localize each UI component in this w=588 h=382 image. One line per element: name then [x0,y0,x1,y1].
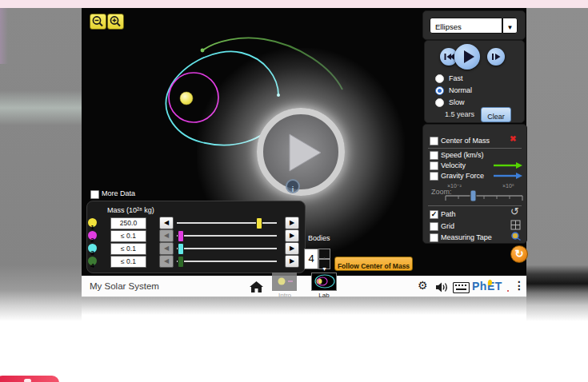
preferences-gear-icon[interactable]: ⚙ [418,279,428,292]
mass1-increment-button[interactable]: ▶ [285,217,299,229]
measuring-tape-icon [511,232,521,241]
play-icon [454,44,480,70]
check-icon: ✓ [431,210,438,218]
center-of-mass-label[interactable]: Center of Mass [441,137,490,145]
zoom-slider[interactable] [444,189,527,203]
preset-dropdown-value: Ellipses [430,22,462,31]
step-forward-icon [487,48,505,66]
sound-icon[interactable] [436,282,450,292]
zoom-slider-handle [470,190,476,201]
mass4-decrement-button[interactable]: ◀ [159,255,174,268]
path-checkbox[interactable]: ✓ [430,210,438,219]
grid-icon [510,220,521,230]
mass4-increment-button[interactable]: ▶ [285,255,299,268]
bodies-increment-button[interactable]: ▲ [318,249,330,259]
zoom-in-icon [108,14,123,29]
play-overlay-triangle[interactable] [282,126,330,179]
speed-label[interactable]: Speed (km/s) [441,151,484,159]
radio-fast-label[interactable]: Fast [449,74,463,82]
gravity-arrow-icon [494,173,522,179]
tab-intro-thumbnail [272,273,297,291]
radio-fast[interactable] [435,74,444,83]
more-data-checkbox[interactable] [90,190,99,199]
playback-panel: Fast Normal Slow 1.5 years Clear [424,40,525,123]
path-label[interactable]: Path [441,210,456,218]
sim-title: My Solar System [90,281,159,291]
mass3-decrement-button[interactable]: ◀ [159,242,174,255]
mass2-slider-handle[interactable] [178,230,184,242]
zoom-out-icon [90,14,106,29]
tab-lab-thumbnail [312,273,336,290]
grid-label[interactable]: Grid [441,222,454,230]
phet-logo[interactable]: PhET [472,279,510,294]
step-button[interactable] [487,48,505,66]
grid-checkbox[interactable] [430,222,438,231]
mass2-slider-track[interactable] [177,235,277,237]
mass2-increment-button[interactable]: ▶ [285,229,299,242]
tab-lab[interactable] [311,273,337,291]
radio-slow[interactable] [435,98,444,107]
velocity-label[interactable]: Velocity [441,161,466,169]
bodies-decrement-button[interactable]: ▼ [318,259,330,269]
zoom-out-button[interactable] [90,14,106,30]
home-icon[interactable] [250,281,263,293]
mass3-slider-track[interactable] [177,248,277,249]
mass4-slider-handle[interactable] [178,256,184,268]
preset-dropdown-arrow-button[interactable]: ▼ [502,18,518,34]
measuring-tape-label[interactable]: Measuring Tape [441,233,492,241]
preset-dropdown-panel: Ellipses ▼ [422,10,526,40]
gravity-force-label[interactable]: Gravity Force [441,172,484,180]
mass-panel: Mass (10²⁸ kg) 1 250.0 ◀ ▶ 2 ≤ 0.1 ◀ ▶ 3… [86,201,306,273]
follow-center-of-mass-button[interactable]: Follow Center of Mass [334,257,413,271]
reset-all-button[interactable]: ↻ [510,245,528,263]
navbar-shadow [82,297,526,315]
view-options-panel: Center of Mass ✖ Speed (km/s) Velocity G… [422,124,527,244]
mass1-value: 250.0 [110,217,146,229]
mass3-value: ≤ 0.1 [110,243,146,255]
mass2-decrement-button[interactable]: ◀ [159,229,174,242]
top-pink-strip [0,0,588,8]
mass1-decrement-button[interactable]: ◀ [159,217,174,229]
velocity-arrow-icon [494,162,522,169]
left-column-light-band [0,90,82,125]
velocity-checkbox[interactable] [430,161,438,170]
path-redraw-icon: ↺ [510,205,519,217]
menu-dots-icon[interactable]: ⋮ [514,279,525,292]
reset-icon: ↻ [515,248,524,260]
play-button[interactable] [454,44,480,70]
tab-lab-label[interactable]: Lab [310,292,338,299]
gravity-force-checkbox[interactable] [430,172,438,181]
panel-divider [428,205,522,206]
down-arrow-icon: ▼ [322,266,327,272]
info-icon-glyph: i [292,185,294,193]
clear-button[interactable]: Clear [481,107,511,122]
bodies-value: 4 [308,253,314,265]
left-gray-column [0,8,82,321]
left-column-purple-tint [0,8,8,64]
keyboard-icon[interactable] [453,282,470,293]
phet-logo-text: PhET [472,280,502,292]
body1-number: 1 [90,224,94,231]
tab-intro[interactable] [272,273,297,291]
sim-navbar: My Solar System ⚙ PhET ⋮ [82,276,526,297]
zoom-in-button[interactable] [107,14,124,30]
tab-intro-label[interactable]: Intro [270,292,299,299]
mass3-slider-handle[interactable] [178,243,184,255]
radio-normal[interactable] [435,86,444,95]
dropdown-arrow-icon: ▼ [507,24,514,31]
measuring-tape-checkbox[interactable] [430,233,438,242]
bodies-label: Bodies [308,234,330,242]
center-of-mass-checkbox[interactable] [430,137,438,145]
corner-red-button[interactable] [0,376,59,382]
preset-dropdown[interactable]: Ellipses [430,18,502,34]
speed-checkbox[interactable] [430,151,438,160]
more-data-label[interactable]: More Data [102,189,135,197]
body2-badge: 2 [88,231,97,240]
info-icon[interactable]: i [286,179,300,193]
radio-slow-label[interactable]: Slow [449,98,465,106]
panel-divider [428,148,522,149]
mass4-slider-track[interactable] [177,261,277,262]
mass3-increment-button[interactable]: ▶ [285,242,299,255]
mass1-slider-handle[interactable] [256,217,262,229]
radio-normal-label[interactable]: Normal [449,86,472,94]
